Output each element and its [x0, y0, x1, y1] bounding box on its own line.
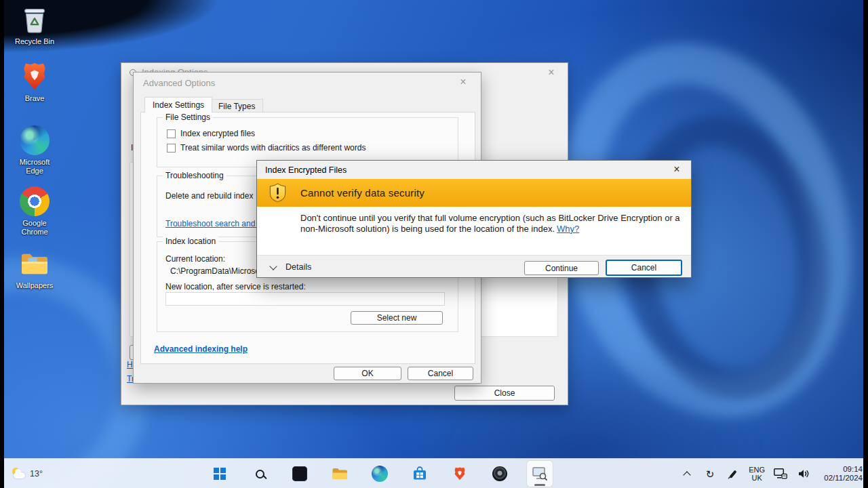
- dark-square-app-icon: [292, 466, 307, 481]
- brave-icon: [19, 61, 50, 92]
- taskbar-center: [206, 460, 553, 487]
- select-new-button[interactable]: Select new: [351, 311, 443, 325]
- dialog-titlebar: Index Encrypted Files: [257, 161, 691, 179]
- tray-overflow-button[interactable]: [679, 462, 694, 486]
- why-link[interactable]: Why?: [557, 224, 579, 234]
- network-button[interactable]: [773, 462, 788, 486]
- desktop-icon-label: Wallpapers: [16, 281, 54, 290]
- indexing-app-icon: [532, 467, 547, 481]
- microsoft-store-icon: [412, 466, 427, 481]
- group-label: Troubleshooting: [163, 171, 226, 180]
- cancel-button[interactable]: Cancel: [408, 367, 473, 380]
- new-location-input[interactable]: [165, 292, 445, 306]
- index-encrypted-files-dialog: Index Encrypted Files × Cannot verify da…: [256, 160, 692, 278]
- desktop-icon-label: Google Chrome: [10, 219, 59, 237]
- letterbox-bar: [0, 0, 4, 488]
- sync-icon: ↻: [706, 469, 715, 479]
- cancel-button[interactable]: Cancel: [606, 260, 682, 276]
- volume-icon: [798, 469, 810, 479]
- pen-tray-button[interactable]: [726, 462, 741, 486]
- new-location-label: New location, after service is restarted…: [165, 282, 306, 291]
- chrome-icon: [19, 186, 50, 217]
- windows-logo-icon: [214, 468, 226, 480]
- close-icon[interactable]: ×: [543, 66, 559, 79]
- warning-message: Don't continue until you verify that ful…: [300, 213, 680, 234]
- file-explorer-button[interactable]: [326, 460, 353, 487]
- edge-button[interactable]: [366, 460, 393, 487]
- desktop-icon-label: Microsoft Edge: [10, 158, 59, 176]
- checkbox-label: Index encrypted files: [180, 129, 255, 138]
- current-location-path: C:\ProgramData\Microsoft: [170, 266, 264, 276]
- taskbar-clock[interactable]: 09:14 02/11/2024: [819, 465, 863, 483]
- desktop-icon-microsoft-edge[interactable]: Microsoft Edge: [6, 125, 63, 176]
- diacritics-checkbox[interactable]: [167, 144, 176, 152]
- close-button[interactable]: Close: [454, 386, 555, 401]
- continue-button[interactable]: Continue: [524, 261, 599, 275]
- microsoft-store-button[interactable]: [406, 460, 433, 487]
- file-explorer-icon: [332, 467, 348, 481]
- tab-index-settings[interactable]: Index Settings: [144, 97, 212, 113]
- ok-button[interactable]: OK: [334, 367, 401, 380]
- brave-icon: [453, 466, 467, 481]
- weather-icon: [11, 467, 26, 481]
- desktop-icon-label: Recycle Bin: [15, 37, 54, 46]
- dialog-title: Index Encrypted Files: [265, 165, 347, 175]
- chevron-up-icon: [683, 471, 690, 479]
- desktop-icon-wallpapers-folder[interactable]: Wallpapers: [6, 248, 63, 290]
- delete-rebuild-text: Delete and rebuild index: [165, 191, 253, 201]
- taskbar: 13°: [0, 458, 868, 488]
- volume-button[interactable]: [796, 462, 811, 486]
- search-icon: [256, 470, 264, 479]
- search-button[interactable]: [246, 460, 273, 487]
- desktop-icon-brave[interactable]: Brave: [6, 61, 63, 103]
- network-icon: [774, 468, 787, 479]
- task-view-button[interactable]: [286, 460, 313, 487]
- warning-footer: Details Continue Cancel: [257, 255, 691, 277]
- tab-file-types[interactable]: File Types: [210, 99, 263, 113]
- language-indicator[interactable]: ENG UK: [749, 462, 765, 486]
- clock-time: 09:14: [819, 465, 863, 474]
- running-indicator: [534, 484, 545, 486]
- clock-date: 02/11/2024: [819, 474, 863, 483]
- chevron-down-icon[interactable]: [269, 262, 277, 270]
- close-icon[interactable]: ×: [455, 75, 471, 89]
- brave-button[interactable]: [446, 460, 473, 487]
- index-encrypted-files-checkbox[interactable]: [167, 129, 176, 138]
- language-line2: UK: [749, 474, 765, 482]
- warning-body: Don't continue until you verify that ful…: [257, 207, 691, 255]
- round-dark-app-icon: [492, 466, 507, 481]
- close-icon[interactable]: ×: [668, 163, 686, 176]
- recycle-bin-icon: [19, 4, 50, 35]
- weather-widget[interactable]: 13°: [7, 462, 47, 485]
- indexing-options-taskbar-button[interactable]: [526, 460, 553, 487]
- advanced-indexing-help-link[interactable]: Advanced indexing help: [154, 344, 248, 354]
- checkbox-label: Treat similar words with diacritics as d…: [180, 143, 366, 152]
- weather-temp: 13°: [30, 469, 43, 479]
- index-encrypted-files-row: Index encrypted files: [167, 129, 255, 138]
- desktop-screen: Recycle Bin Brave Microsoft Edge Google …: [0, 0, 868, 488]
- sync-tray-button[interactable]: ↻: [703, 462, 717, 486]
- dialog-title: Advanced Options: [143, 78, 215, 88]
- desktop-icon-google-chrome[interactable]: Google Chrome: [6, 186, 63, 237]
- warning-banner: Cannot verify data security: [257, 179, 691, 207]
- letterbox-bar: [863, 0, 868, 488]
- edge-icon: [372, 466, 388, 482]
- edge-icon: [19, 125, 50, 156]
- group-label: File Settings: [163, 113, 213, 122]
- warning-shield-icon: [269, 183, 287, 203]
- current-location-label: Current location:: [165, 254, 225, 264]
- desktop-icon-label: Brave: [25, 94, 45, 103]
- language-line1: ENG: [749, 466, 765, 474]
- folder-icon: [19, 248, 50, 279]
- diacritics-row: Treat similar words with diacritics as d…: [167, 143, 366, 152]
- start-button[interactable]: [206, 460, 233, 487]
- banner-text: Cannot verify data security: [300, 187, 425, 199]
- media-app-button[interactable]: [486, 460, 513, 487]
- pen-icon: [730, 470, 737, 478]
- taskbar-tray: ↻ ENG UK: [679, 459, 863, 488]
- group-label: Index location: [163, 237, 218, 246]
- desktop-icon-recycle-bin[interactable]: Recycle Bin: [6, 4, 63, 46]
- details-expander[interactable]: Details: [285, 262, 311, 272]
